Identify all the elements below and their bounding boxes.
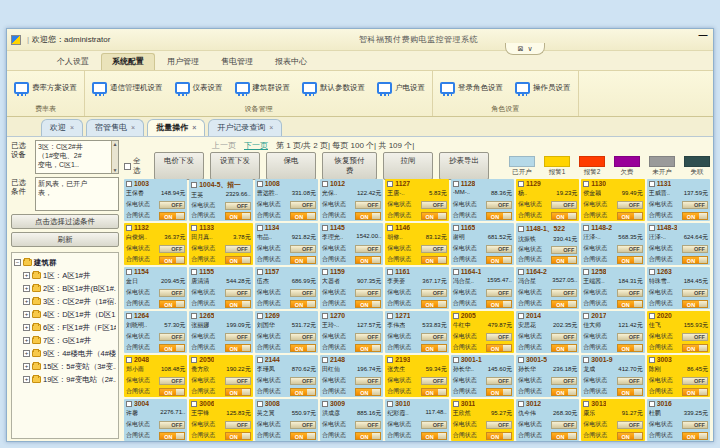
meter-card[interactable]: 2020佳飞155.93元保电状态OFF合闸状态ON — [647, 311, 710, 353]
checkbox-icon[interactable] — [124, 163, 131, 170]
card-checkbox[interactable] — [583, 225, 589, 231]
meter-card[interactable]: 3003陈刚86.45元保电状态OFF合闸状态ON — [647, 355, 710, 397]
expand-icon[interactable]: + — [23, 324, 30, 331]
card-checkbox[interactable] — [322, 401, 328, 407]
card-checkbox[interactable] — [387, 313, 393, 319]
choose-filter-button[interactable]: 点击选择过滤条件 — [11, 214, 119, 229]
refresh-button[interactable]: 刷新 — [11, 232, 119, 247]
meter-card[interactable]: 1003王保春148.94元保电状态OFF合闸状态ON — [124, 179, 187, 221]
card-checkbox[interactable] — [387, 225, 393, 231]
meter-card[interactable]: 1132白俊炯..36.37元保电状态OFF合闸状态ON — [124, 223, 187, 265]
card-checkbox[interactable] — [126, 269, 132, 275]
card-checkbox[interactable] — [583, 269, 589, 275]
meter-card[interactable]: 1146胡修..83.12元保电状态OFF合闸状态ON — [385, 223, 448, 265]
meter-card[interactable]: 1148-2汪泽-..568.35元保电状态OFF合闸状态ON — [581, 223, 644, 265]
tree-item[interactable]: +3区：C区2#井（1#宿.. — [14, 295, 116, 308]
meter-card[interactable]: 3004许馨2276.71..保电状态OFF合闸状态ON — [124, 399, 187, 441]
meter-card[interactable]: 3001-1孙长华..145.60元保电状态OFF合闸状态ON — [451, 355, 514, 397]
select-all-checkbox[interactable]: 全选 — [124, 156, 148, 176]
card-checkbox[interactable] — [191, 269, 197, 275]
meter-card[interactable]: 1008曹远胜..331.08元保电状态OFF合闸状态ON — [255, 179, 318, 221]
meter-card[interactable]: 2017佳大师121.42元保电状态OFF合闸状态ON — [581, 311, 644, 353]
card-checkbox[interactable] — [257, 401, 263, 407]
meter-card[interactable]: 2144李瑾凤870.62元保电状态OFF合闸状态ON — [255, 355, 318, 397]
close-icon[interactable]: × — [131, 124, 135, 131]
close-icon[interactable]: × — [192, 124, 196, 131]
meter-card[interactable]: 2048郑小雨108.48元保电状态OFF合闸状态ON — [124, 355, 187, 397]
meter-card[interactable]: 1148-3汪泽-..624.64元保电状态OFF合闸状态ON — [647, 223, 710, 265]
card-checkbox[interactable] — [387, 401, 393, 407]
meter-card[interactable]: 1134韦品..921.82元保电状态OFF合闸状态ON — [255, 223, 318, 265]
expand-icon[interactable]: + — [23, 285, 30, 292]
meter-card[interactable]: 1157伍杰686.99元保电状态OFF合闸状态ON — [255, 267, 318, 309]
card-checkbox[interactable] — [649, 357, 655, 363]
listbox-scrollbar[interactable]: ▲▼ — [111, 141, 118, 173]
card-checkbox[interactable] — [322, 357, 328, 363]
meter-card[interactable]: 1161李美荟367.17元保电状态OFF合闸状态ON — [385, 267, 448, 309]
tree-root[interactable]: −建筑群 — [14, 256, 116, 269]
meter-card[interactable]: 2193张先生59.34元保电状态OFF合闸状态ON — [385, 355, 448, 397]
meter-card[interactable]: 1148-1、522沈振铁330.41元保电状态OFF合闸状态ON — [516, 223, 579, 265]
card-checkbox[interactable] — [191, 357, 197, 363]
card-checkbox[interactable] — [126, 401, 132, 407]
card-checkbox[interactable] — [518, 226, 524, 232]
expand-icon[interactable]: + — [23, 272, 30, 279]
meter-card[interactable]: 1270王玲-..127.57元保电状态OFF合闸状态ON — [320, 311, 383, 353]
card-checkbox[interactable] — [518, 269, 524, 275]
meter-card[interactable]: 1012光保..122.42元保电状态OFF合闸状态ON — [320, 179, 383, 221]
card-checkbox[interactable] — [649, 401, 655, 407]
card-checkbox[interactable] — [453, 313, 459, 319]
ribbon-button[interactable]: 通信管理机设置 — [89, 80, 166, 96]
card-checkbox[interactable] — [583, 313, 589, 319]
toolbar-button-抄表导出[interactable]: 抄表导出 — [439, 152, 489, 180]
card-checkbox[interactable] — [453, 181, 459, 187]
card-checkbox[interactable] — [453, 357, 459, 363]
expand-icon[interactable]: + — [23, 350, 30, 357]
tree-item[interactable]: +9区：4#楼电井（4#楼.. — [14, 347, 116, 360]
toolbar-button-电价下发[interactable]: 电价下发 — [154, 152, 204, 180]
meter-card[interactable]: 1258王端茜..184.31元保电状态OFF合闸状态ON — [581, 267, 644, 309]
card-checkbox[interactable] — [257, 225, 263, 231]
card-checkbox[interactable] — [387, 181, 393, 187]
menu-tab-用户管理[interactable]: 用户管理 — [157, 54, 209, 70]
menu-tab-个人设置[interactable]: 个人设置 — [47, 54, 99, 70]
card-checkbox[interactable] — [518, 401, 524, 407]
card-checkbox[interactable] — [191, 182, 197, 188]
meter-card[interactable]: 3011王欣然95.27元保电状态OFF合闸状态ON — [451, 399, 514, 441]
meter-card[interactable]: 1127王唐-..5.83元保电状态OFF合闸状态ON — [385, 179, 448, 221]
card-checkbox[interactable] — [453, 401, 459, 407]
meter-card[interactable]: 1165谢明681.52元保电状态OFF合闸状态ON — [451, 223, 514, 265]
skin-switcher[interactable]: ⊠ ∨ — [505, 43, 545, 55]
card-checkbox[interactable] — [126, 357, 132, 363]
prev-page-link[interactable]: 上一页 — [212, 140, 236, 151]
doc-tab-宿管售电[interactable]: 宿管售电× — [86, 119, 144, 136]
meter-card[interactable]: 1133田月真..3.78元保电状态OFF合闸状态ON — [189, 223, 252, 265]
meter-card[interactable]: 1004-5、招一王英2329.66..保电状态OFF合闸状态ON — [189, 179, 252, 221]
ribbon-button[interactable]: 登录角色设置 — [437, 80, 506, 96]
expand-icon[interactable]: + — [23, 376, 30, 383]
meter-card[interactable]: 3006王宇锋125.83元保电状态OFF合闸状态ON — [189, 399, 252, 441]
menu-tab-售电管理[interactable]: 售电管理 — [211, 54, 263, 70]
toolbar-button-恢复预付费[interactable]: 恢复预付费 — [322, 152, 377, 180]
meter-card[interactable]: 2148田红仙196.74元保电状态OFF合闸状态ON — [320, 355, 383, 397]
ribbon-button[interactable]: 建筑群设置 — [232, 80, 294, 96]
ribbon-button[interactable]: 户电设置 — [374, 80, 428, 96]
meter-card[interactable]: 3012仇今伟268.30元保电状态OFF合闸状态ON — [516, 399, 579, 441]
meter-card[interactable]: 2050贵方欣190.22元保电状态OFF合闸状态ON — [189, 355, 252, 397]
meter-card[interactable]: 1129杨..19.23元保电状态OFF合闸状态ON — [516, 179, 579, 221]
meter-card[interactable]: 2005牛红中479.87元保电状态OFF合闸状态ON — [451, 311, 514, 353]
menu-tab-系统配置[interactable]: 系统配置 — [101, 53, 155, 70]
meter-card[interactable]: 3001-5孙长华236.18元保电状态OFF合闸状态ON — [516, 355, 579, 397]
meter-card[interactable]: 2014安思花202.35元保电状态OFF合闸状态ON — [516, 311, 579, 353]
close-icon[interactable]: × — [269, 124, 273, 131]
card-checkbox[interactable] — [126, 225, 132, 231]
expand-icon[interactable]: + — [23, 337, 30, 344]
meter-card[interactable]: 1145李理光..1542.00..保电状态OFF合闸状态ON — [320, 223, 383, 265]
meter-card[interactable]: 1164-1冯合星..1595.47..保电状态OFF合闸状态ON — [451, 267, 514, 309]
card-checkbox[interactable] — [191, 225, 197, 231]
card-checkbox[interactable] — [191, 401, 197, 407]
meter-card[interactable]: 1164-2冯合星3527.05..保电状态OFF合闸状态ON — [516, 267, 579, 309]
tree-item[interactable]: +6区：F区1#井（F区1#.. — [14, 321, 116, 334]
doc-tab-开户记录查询[interactable]: 开户记录查询× — [208, 119, 282, 136]
card-checkbox[interactable] — [126, 313, 132, 319]
